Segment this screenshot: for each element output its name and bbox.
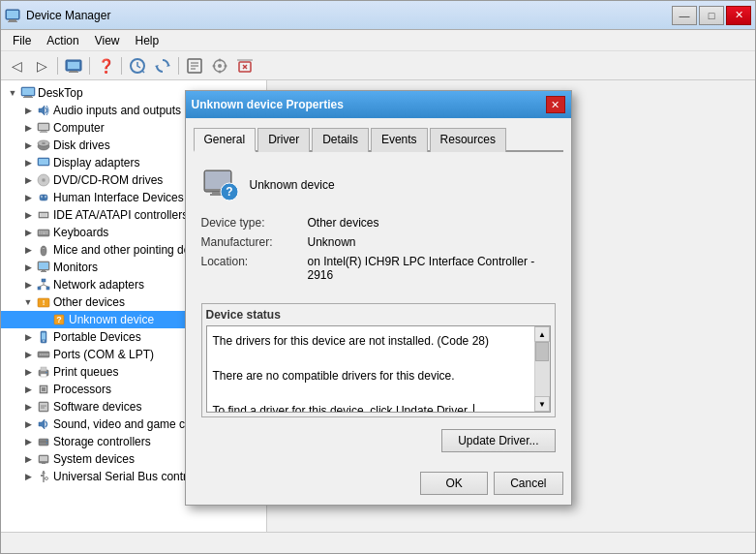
toolbar-sep-1 xyxy=(57,57,58,75)
toolbar-help[interactable]: ❓ xyxy=(94,54,117,77)
svg-rect-2 xyxy=(8,21,17,22)
scroll-thumb[interactable] xyxy=(535,342,549,361)
menu-file[interactable]: File xyxy=(5,32,39,49)
title-bar-controls: — □ ✕ xyxy=(672,6,751,25)
title-bar: Device Manager — □ ✕ xyxy=(1,1,755,30)
toolbar-sep-4 xyxy=(178,57,179,75)
properties-dialog: Unknown device Properties ✕ General Driv… xyxy=(185,90,572,506)
status-scroll-container[interactable]: The drivers for this device are not inst… xyxy=(206,325,551,413)
device-big-icon: ? xyxy=(201,166,240,204)
dialog-title-bar: Unknown device Properties ✕ xyxy=(186,91,571,118)
svg-rect-1 xyxy=(9,19,16,21)
toolbar-scan[interactable] xyxy=(126,54,149,77)
toolbar-properties[interactable] xyxy=(183,54,206,77)
manufacturer-label: Manufacturer: xyxy=(201,235,308,249)
status-scrollbar[interactable]: ▲ ▼ xyxy=(534,326,550,412)
toolbar-uninstall[interactable] xyxy=(233,54,257,77)
menu-help[interactable]: Help xyxy=(128,32,167,49)
type-label: Device type: xyxy=(201,216,308,230)
svg-point-20 xyxy=(225,64,227,67)
toolbar-action[interactable] xyxy=(208,54,231,77)
device-status-group: Device status The drivers for this devic… xyxy=(201,303,556,417)
window-title: Device Manager xyxy=(26,9,110,22)
svg-point-19 xyxy=(213,64,216,67)
menu-view[interactable]: View xyxy=(87,32,128,49)
maximize-button[interactable]: □ xyxy=(699,6,724,25)
content-area: ▼ DeskTop ▶ xyxy=(1,80,755,532)
toolbar-sep-3 xyxy=(121,57,122,75)
svg-rect-6 xyxy=(70,71,77,72)
status-line-1: The drivers for this device are not inst… xyxy=(213,332,529,350)
svg-point-16 xyxy=(218,64,222,68)
svg-marker-9 xyxy=(166,64,170,67)
svg-point-17 xyxy=(219,58,222,61)
device-name: Unknown device xyxy=(250,178,335,192)
svg-point-18 xyxy=(219,70,222,73)
status-line-4 xyxy=(213,385,529,402)
info-row-manufacturer: Manufacturer: Unknown xyxy=(201,235,556,249)
tab-general[interactable]: General xyxy=(194,128,257,152)
app-icon xyxy=(5,8,20,23)
status-line-3: There are no compatible drivers for this… xyxy=(213,367,529,385)
main-window: Device Manager — □ ✕ File Action View He… xyxy=(0,0,756,554)
tab-details[interactable]: Details xyxy=(312,128,369,152)
tab-events[interactable]: Events xyxy=(371,128,428,152)
toolbar-device-mgr[interactable] xyxy=(62,54,85,77)
location-label: Location: xyxy=(201,255,308,282)
dialog-title: Unknown device Properties xyxy=(192,98,344,111)
cursor xyxy=(470,404,474,412)
info-row-type: Device type: Other devices xyxy=(201,216,556,230)
status-bar xyxy=(1,532,755,553)
close-button[interactable]: ✕ xyxy=(726,6,751,25)
toolbar-back[interactable]: ◁ xyxy=(5,54,28,77)
scroll-up-arrow[interactable]: ▲ xyxy=(534,326,550,342)
svg-marker-10 xyxy=(155,65,159,68)
info-grid: Device type: Other devices Manufacturer:… xyxy=(194,216,563,295)
tab-resources[interactable]: Resources xyxy=(430,128,506,152)
scroll-track xyxy=(535,342,550,396)
svg-rect-3 xyxy=(7,11,18,18)
status-line-2 xyxy=(213,350,529,367)
cancel-button[interactable]: Cancel xyxy=(494,472,562,495)
status-group-label: Device status xyxy=(206,308,551,322)
tab-bar: General Driver Details Events Resources xyxy=(194,126,563,152)
tab-driver[interactable]: Driver xyxy=(257,128,310,152)
menu-bar: File Action View Help xyxy=(1,30,755,51)
toolbar: ◁ ▷ ❓ xyxy=(1,51,755,80)
svg-rect-5 xyxy=(68,62,79,69)
dialog-body: General Driver Details Events Resources xyxy=(186,118,571,464)
update-driver-row: Update Driver... xyxy=(194,425,563,456)
svg-text:?: ? xyxy=(226,185,232,199)
info-row-location: Location: on Intel(R) ICH9R LPC Interfac… xyxy=(201,255,556,282)
svg-rect-7 xyxy=(69,72,78,73)
dialog-close-button[interactable]: ✕ xyxy=(546,96,565,113)
manufacturer-value: Unknown xyxy=(308,235,556,249)
minimize-button[interactable]: — xyxy=(672,6,697,25)
location-value: on Intel(R) ICH9R LPC Interface Controll… xyxy=(308,255,556,282)
dialog-overlay: Unknown device Properties ✕ General Driv… xyxy=(1,80,755,532)
update-driver-button[interactable]: Update Driver... xyxy=(441,429,555,452)
dialog-button-row: OK Cancel xyxy=(186,464,571,505)
title-bar-left: Device Manager xyxy=(5,8,110,23)
toolbar-sep-2 xyxy=(89,57,90,75)
status-text: The drivers for this device are not inst… xyxy=(207,326,534,412)
type-value: Other devices xyxy=(308,216,556,230)
ok-button[interactable]: OK xyxy=(420,472,488,495)
toolbar-forward[interactable]: ▷ xyxy=(30,54,53,77)
status-line-5: To find a driver for this device, click … xyxy=(213,402,529,412)
scroll-down-arrow[interactable]: ▼ xyxy=(534,396,550,412)
device-header: ? Unknown device xyxy=(194,160,563,216)
menu-action[interactable]: Action xyxy=(39,32,86,49)
toolbar-refresh[interactable] xyxy=(151,54,174,77)
